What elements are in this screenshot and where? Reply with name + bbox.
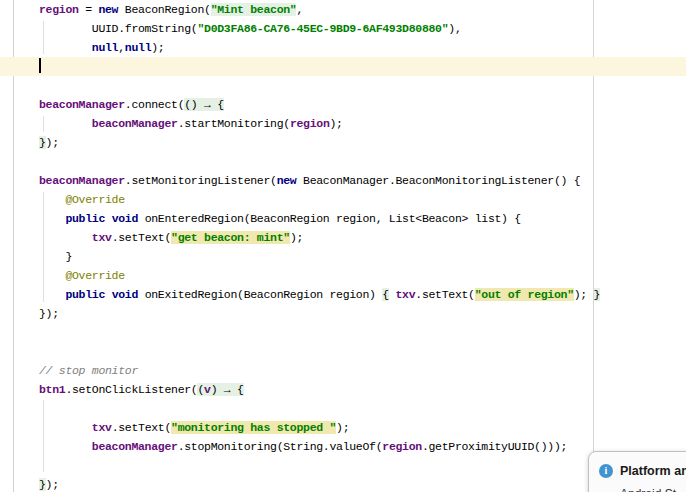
code-token: region bbox=[290, 117, 330, 130]
code-line[interactable]: }); bbox=[0, 304, 686, 323]
code-line[interactable]: @Override bbox=[0, 266, 686, 285]
code-token: }); bbox=[39, 307, 59, 320]
code-line[interactable]: null,null); bbox=[0, 38, 686, 57]
code-token: // stop monitor bbox=[39, 364, 138, 377]
code-line[interactable]: public void onExitedRegion(BeaconRegion … bbox=[0, 285, 686, 304]
code-area[interactable]: region = new BeaconRegion("Mint beacon",… bbox=[0, 0, 686, 492]
code-line[interactable]: }); bbox=[0, 133, 686, 152]
code-token: null bbox=[92, 41, 118, 54]
code-token: ); bbox=[336, 421, 349, 434]
notification-title: Platform an bbox=[620, 464, 686, 478]
code-token: } bbox=[39, 478, 46, 491]
code-token: new bbox=[277, 174, 297, 187]
code-token: = bbox=[79, 3, 99, 16]
code-token: ); bbox=[290, 231, 303, 244]
code-line[interactable] bbox=[0, 456, 686, 475]
code-token: .setOnClickListener( bbox=[65, 383, 197, 396]
code-token: null bbox=[125, 41, 151, 54]
code-token: .setText( bbox=[112, 421, 171, 434]
code-token bbox=[39, 212, 65, 225]
code-token: , bbox=[118, 41, 125, 54]
code-token: beaconManager bbox=[92, 440, 178, 453]
code-line[interactable]: region = new BeaconRegion("Mint beacon", bbox=[0, 0, 686, 19]
code-token: "Mint beacon" bbox=[211, 3, 297, 16]
code-token: "monitoring has stopped " bbox=[171, 421, 336, 434]
code-token: { bbox=[382, 288, 389, 301]
code-token: void bbox=[112, 212, 138, 225]
code-token: v bbox=[204, 383, 211, 396]
notification-title-row: i Platform an bbox=[599, 464, 686, 478]
code-line[interactable] bbox=[0, 152, 686, 171]
code-token: "D0D3FA86-CA76-45EC-9BD9-6AF493D80880" bbox=[197, 22, 448, 35]
code-line[interactable]: } bbox=[0, 247, 686, 266]
code-token: ); bbox=[46, 478, 59, 491]
code-token: new bbox=[98, 3, 118, 16]
code-token: txv bbox=[396, 288, 416, 301]
code-token bbox=[39, 269, 65, 282]
code-token bbox=[39, 231, 92, 244]
code-token: .startMonitoring( bbox=[178, 117, 290, 130]
code-token bbox=[39, 421, 92, 434]
code-token bbox=[39, 288, 65, 301]
code-token: @Override bbox=[65, 193, 124, 206]
code-token: .setMonitoringListener( bbox=[125, 174, 277, 187]
code-token: ) → { bbox=[211, 383, 244, 396]
code-token bbox=[39, 193, 65, 206]
code-line[interactable] bbox=[0, 323, 686, 342]
code-line[interactable]: }); bbox=[0, 475, 686, 492]
code-line[interactable]: beaconManager.setMonitoringListener(new … bbox=[0, 171, 686, 190]
code-line[interactable] bbox=[0, 76, 686, 95]
code-token: } bbox=[39, 136, 46, 149]
code-line[interactable]: beaconManager.stopMonitoring(String.valu… bbox=[0, 437, 686, 456]
info-icon: i bbox=[599, 464, 613, 478]
code-line[interactable]: beaconManager.connect(() → { bbox=[0, 95, 686, 114]
code-token: BeaconManager.BeaconMonitoringListener()… bbox=[296, 174, 580, 187]
code-token: beaconManager bbox=[39, 98, 125, 111]
code-token: ); bbox=[329, 117, 342, 130]
code-token: region bbox=[382, 440, 422, 453]
code-token: , bbox=[296, 3, 303, 16]
code-line[interactable]: // stop monitor bbox=[0, 361, 686, 380]
code-line[interactable]: txv.setText("get beacon: mint"); bbox=[0, 228, 686, 247]
notification-body: Android St bbox=[620, 487, 686, 492]
code-line[interactable]: @Override bbox=[0, 190, 686, 209]
code-token: txv bbox=[92, 231, 112, 244]
code-token: } bbox=[39, 250, 72, 263]
code-token: () → { bbox=[184, 98, 224, 111]
code-token: @Override bbox=[65, 269, 124, 282]
code-token: public bbox=[65, 288, 105, 301]
code-token: onEnteredRegion(BeaconRegion region, Lis… bbox=[138, 212, 521, 225]
code-line[interactable] bbox=[0, 399, 686, 418]
text-caret bbox=[39, 58, 41, 73]
code-token: ); bbox=[574, 288, 594, 301]
code-token: onExitedRegion(BeaconRegion region) bbox=[138, 288, 382, 301]
code-token: ), bbox=[448, 22, 461, 35]
code-token: .connect( bbox=[125, 98, 184, 111]
code-line[interactable] bbox=[0, 57, 686, 76]
code-token: BeaconRegion( bbox=[118, 3, 210, 16]
code-line[interactable]: btn1.setOnClickListener((v) → { bbox=[0, 380, 686, 399]
update-notification-popup[interactable]: i Platform an Android St bbox=[588, 451, 686, 492]
code-token bbox=[105, 212, 112, 225]
code-token: .setText( bbox=[415, 288, 474, 301]
code-token: region bbox=[39, 3, 79, 16]
code-token: "get beacon: mint" bbox=[171, 231, 290, 244]
code-token: beaconManager bbox=[39, 174, 125, 187]
code-token: beaconManager bbox=[92, 117, 178, 130]
code-token: btn1 bbox=[39, 383, 65, 396]
code-line[interactable] bbox=[0, 342, 686, 361]
code-token: public bbox=[65, 212, 105, 225]
code-line[interactable]: beaconManager.startMonitoring(region); bbox=[0, 114, 686, 133]
code-token: } bbox=[594, 288, 601, 301]
code-token: ); bbox=[46, 136, 59, 149]
code-token: void bbox=[112, 288, 138, 301]
code-line[interactable]: public void onEnteredRegion(BeaconRegion… bbox=[0, 209, 686, 228]
code-line[interactable]: txv.setText("monitoring has stopped "); bbox=[0, 418, 686, 437]
code-line[interactable]: UUID.fromString("D0D3FA86-CA76-45EC-9BD9… bbox=[0, 19, 686, 38]
code-token bbox=[389, 288, 396, 301]
code-token: "out of region" bbox=[475, 288, 574, 301]
code-token: .setText( bbox=[112, 231, 171, 244]
code-token: .stopMonitoring(String.valueOf( bbox=[178, 440, 383, 453]
code-token: UUID.fromString( bbox=[39, 22, 197, 35]
code-token: txv bbox=[92, 421, 112, 434]
